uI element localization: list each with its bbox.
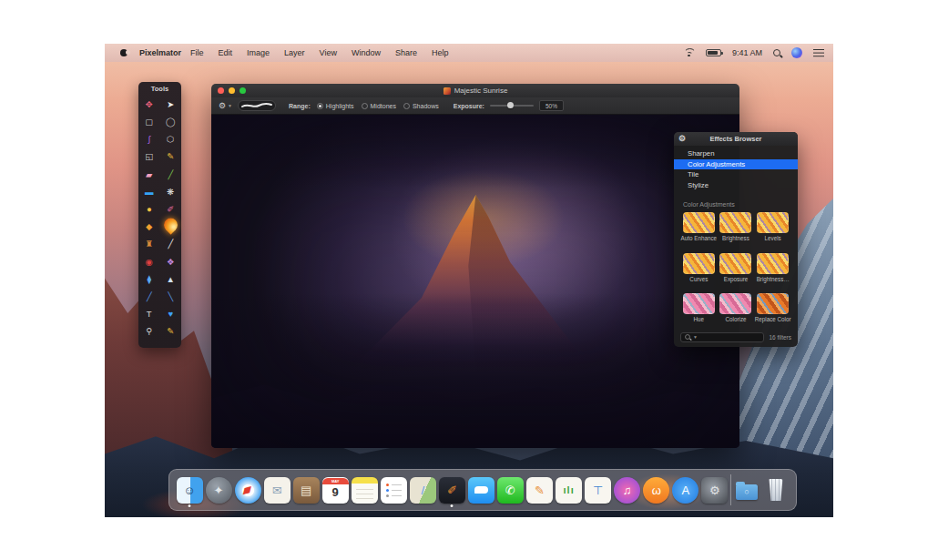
pen-tool-icon[interactable]: ╱ xyxy=(138,288,160,305)
effects-browser-header[interactable]: ⚙ Effects Browser xyxy=(674,132,798,146)
dock-icon-facetime[interactable]: ✆ xyxy=(497,473,525,507)
menu-help[interactable]: Help xyxy=(432,48,449,57)
effect-curves[interactable]: Curves xyxy=(680,253,718,290)
image-canvas[interactable] xyxy=(211,115,739,448)
close-button[interactable] xyxy=(218,87,224,94)
crop-tool-icon[interactable]: ◱ xyxy=(138,148,160,166)
smudge-tool-icon[interactable]: ❋ xyxy=(160,183,182,200)
wifi-icon[interactable] xyxy=(683,48,695,57)
range-radio-midtones[interactable]: Midtones xyxy=(362,103,396,109)
brush-tool-icon[interactable]: ✐ xyxy=(160,200,182,218)
effects-category-tile[interactable]: Tile xyxy=(674,169,798,180)
apple-menu-icon[interactable] xyxy=(119,48,128,57)
heart-shape-tool-icon[interactable]: ♥ xyxy=(160,305,182,322)
menu-window[interactable]: Window xyxy=(352,48,381,57)
move-tool-icon[interactable]: ✥ xyxy=(138,96,160,113)
slice-tool-icon[interactable]: ✎ xyxy=(160,322,182,340)
clone-stamp-tool-icon[interactable]: ♜ xyxy=(138,236,160,253)
window-titlebar[interactable]: Majestic Sunrise xyxy=(211,84,739,97)
battery-icon[interactable] xyxy=(706,49,721,56)
dock-icon-launchpad[interactable]: ✦ xyxy=(205,473,232,507)
range-radio-highlights[interactable]: Highlights xyxy=(317,103,354,109)
dock-icon-numbers[interactable]: ılı xyxy=(556,473,583,507)
shape-tool-icon[interactable]: ▬ xyxy=(138,183,160,200)
dock-icon-messages[interactable]: … xyxy=(467,473,494,507)
sharpen-tool-icon[interactable]: ▲ xyxy=(160,270,182,288)
dock-icon-system-preferences[interactable]: ⚙ xyxy=(701,473,729,507)
effect-thumbnail[interactable] xyxy=(757,212,789,233)
dock-icon-ibooks[interactable]: ω xyxy=(643,473,670,507)
effect-thumbnail[interactable] xyxy=(719,253,751,274)
range-radio-shadows[interactable]: Shadows xyxy=(403,103,439,109)
effect-thumbnail[interactable] xyxy=(757,293,789,314)
app-menu-title[interactable]: Pixelmator xyxy=(139,48,181,57)
dock-icon-contacts[interactable]: ▤ xyxy=(292,473,320,507)
effects-gear-icon[interactable]: ⚙ xyxy=(678,134,686,143)
exposure-slider-knob[interactable] xyxy=(507,102,514,108)
effects-category-stylize[interactable]: Stylize xyxy=(674,180,798,191)
dock-icon-pages[interactable]: ✎ xyxy=(526,473,554,507)
exposure-value-field[interactable]: 50% xyxy=(539,100,564,111)
dock-icon-finder[interactable]: ☺ xyxy=(176,473,203,507)
spotlight-search-icon[interactable] xyxy=(773,49,780,56)
polygonal-lasso-tool-icon[interactable]: ⬡ xyxy=(160,130,182,148)
red-eye-tool-icon[interactable]: ◉ xyxy=(138,253,160,270)
menu-image[interactable]: Image xyxy=(247,48,270,57)
burn-tool-icon[interactable] xyxy=(160,218,182,235)
pencil-tool-icon[interactable]: ✎ xyxy=(160,148,182,166)
effect-auto-enhance[interactable]: Auto Enhance xyxy=(680,212,718,249)
notification-center-icon[interactable] xyxy=(813,49,824,57)
coin-tool-icon[interactable]: ● xyxy=(138,200,160,218)
dock-icon-keynote[interactable]: ⊤ xyxy=(585,473,612,507)
effects-category-sharpen[interactable]: Sharpen xyxy=(674,148,798,159)
sponge-tool-icon[interactable]: ❖ xyxy=(160,253,182,270)
menu-file[interactable]: File xyxy=(190,48,204,57)
healing-tool-icon[interactable]: ╱ xyxy=(160,236,182,253)
effect-replace-color[interactable]: Replace Color xyxy=(754,293,791,331)
stroke-tool-icon[interactable]: ╱ xyxy=(160,166,182,183)
effect-hue[interactable]: Hue xyxy=(680,293,718,331)
effect-thumbnail[interactable] xyxy=(683,293,715,314)
type-tool-icon[interactable]: T xyxy=(138,305,160,322)
siri-icon[interactable] xyxy=(791,47,802,58)
effects-search-field[interactable]: ▼ xyxy=(680,332,764,342)
dock-icon-itunes[interactable]: ♫ xyxy=(614,473,641,507)
dock-icon-downloads-folder[interactable] xyxy=(733,473,760,507)
effect-brightness-[interactable]: Brightness… xyxy=(754,253,791,290)
effect-exposure[interactable]: Exposure xyxy=(718,253,755,290)
menu-share[interactable]: Share xyxy=(395,48,417,57)
document-proxy-icon[interactable] xyxy=(444,87,451,95)
brush-preview[interactable] xyxy=(238,100,276,111)
effect-brightness[interactable]: Brightness xyxy=(718,212,755,249)
blur-tool-icon[interactable]: ⧫ xyxy=(138,270,160,288)
menu-bar-clock[interactable]: 9:41 AM xyxy=(732,48,762,57)
effect-thumbnail[interactable] xyxy=(719,293,751,314)
effects-category-color-adjustments[interactable]: Color Adjustments xyxy=(674,159,798,170)
effect-thumbnail[interactable] xyxy=(757,253,789,274)
rect-marquee-tool-icon[interactable]: ▢ xyxy=(138,113,160,130)
dock-icon-reminders[interactable] xyxy=(380,473,407,507)
effect-thumbnail[interactable] xyxy=(683,253,715,274)
eraser-tool-icon[interactable]: ▰ xyxy=(138,166,160,183)
dock-icon-trash[interactable] xyxy=(762,473,790,507)
menu-edit[interactable]: Edit xyxy=(219,48,233,57)
effect-colorize[interactable]: Colorize xyxy=(718,293,755,331)
vector-pen-tool-icon[interactable]: ╲ xyxy=(160,288,182,305)
effect-thumbnail[interactable] xyxy=(683,212,715,233)
dock-icon-safari[interactable]: ◆ xyxy=(234,473,261,507)
dock-icon-pixelmator[interactable]: ✐ xyxy=(438,473,465,507)
zoom-button[interactable] xyxy=(240,87,246,94)
dock-icon-notes[interactable] xyxy=(351,473,378,507)
lasso-tool-icon[interactable]: ∫ xyxy=(138,130,160,148)
tool-settings-button[interactable]: ⚙▼ xyxy=(219,101,232,110)
dock-icon-appstore[interactable]: A xyxy=(672,473,699,507)
minimize-button[interactable] xyxy=(229,87,235,94)
dock-icon-calendar[interactable]: MAY9 xyxy=(321,473,349,507)
effect-thumbnail[interactable] xyxy=(719,212,751,233)
menu-view[interactable]: View xyxy=(320,48,337,57)
dock-icon-mail[interactable]: ✉ xyxy=(263,473,291,507)
zoom-tool-icon[interactable]: ⚲ xyxy=(138,322,160,340)
exposure-slider[interactable] xyxy=(490,105,534,107)
dock-icon-maps[interactable]: / xyxy=(409,473,436,507)
effect-levels[interactable]: Levels xyxy=(754,212,791,249)
